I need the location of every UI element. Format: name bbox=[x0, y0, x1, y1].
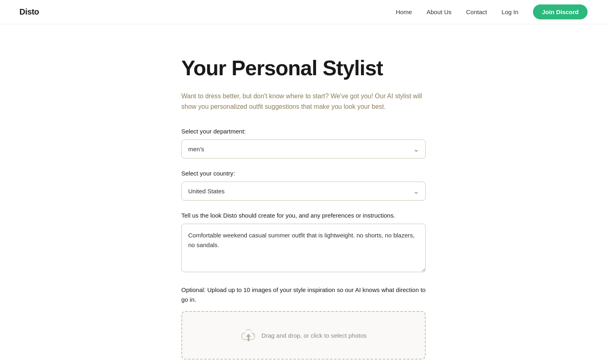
nav-links: Home About Us Contact Log In Join Discor… bbox=[396, 4, 588, 19]
department-select-wrapper: men's women's kids ⌄ bbox=[181, 140, 426, 159]
country-select[interactable]: United States Canada United Kingdom Aust… bbox=[181, 182, 426, 201]
nav-contact[interactable]: Contact bbox=[466, 8, 487, 15]
svg-marker-0 bbox=[246, 334, 251, 342]
nav-home[interactable]: Home bbox=[396, 8, 412, 15]
instructions-label: Tell us the look Disto should create for… bbox=[181, 212, 426, 219]
country-select-wrapper: United States Canada United Kingdom Aust… bbox=[181, 182, 426, 201]
optional-label: Optional: Upload up to 10 images of your… bbox=[181, 285, 426, 305]
country-section: Select your country: United States Canad… bbox=[181, 170, 426, 201]
upload-cloud-icon bbox=[240, 328, 257, 343]
department-label: Select your department: bbox=[181, 128, 426, 135]
department-select[interactable]: men's women's kids bbox=[181, 140, 426, 159]
upload-dropzone[interactable]: Drag and drop, or click to select photos bbox=[181, 311, 426, 360]
department-section: Select your department: men's women's ki… bbox=[181, 128, 426, 159]
main-content: Your Personal Stylist Want to dress bett… bbox=[162, 24, 445, 364]
nav-about[interactable]: About Us bbox=[427, 8, 452, 15]
country-label: Select your country: bbox=[181, 170, 426, 177]
nav-login[interactable]: Log In bbox=[501, 8, 518, 15]
upload-label: Drag and drop, or click to select photos bbox=[261, 332, 367, 339]
page-subtitle: Want to dress better, but don't know whe… bbox=[181, 91, 426, 112]
instructions-textarea[interactable]: Comfortable weekend casual summer outfit… bbox=[181, 224, 426, 272]
navbar: Disto Home About Us Contact Log In Join … bbox=[0, 0, 607, 24]
page-title: Your Personal Stylist bbox=[181, 57, 426, 80]
upload-section: Optional: Upload up to 10 images of your… bbox=[181, 285, 426, 360]
join-discord-button[interactable]: Join Discord bbox=[533, 4, 588, 19]
instructions-section: Tell us the look Disto should create for… bbox=[181, 212, 426, 274]
logo: Disto bbox=[19, 7, 39, 17]
